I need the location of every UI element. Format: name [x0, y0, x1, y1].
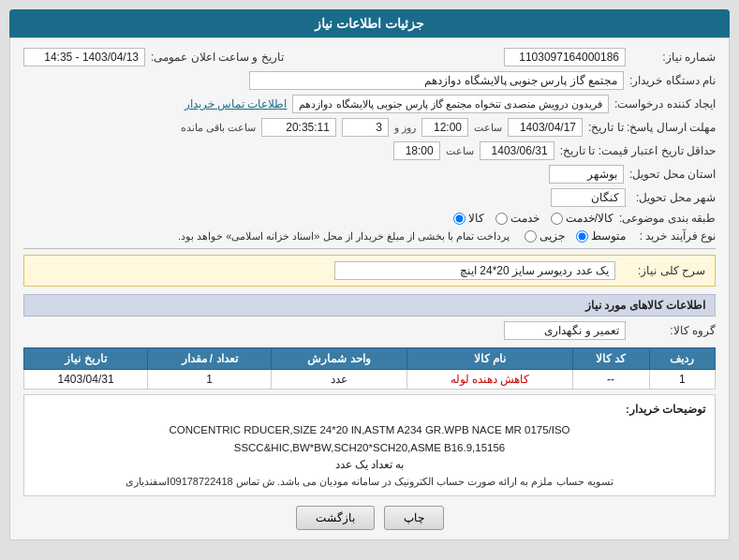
- group-value: تعمیر و نگهداری: [504, 321, 626, 340]
- radio-goods-service[interactable]: [551, 213, 563, 225]
- validity-time-label: ساعت: [446, 145, 474, 157]
- response-date: 1403/04/17: [508, 118, 583, 137]
- category-radio-group: کالا/خدمت خدمت کالا: [453, 212, 613, 225]
- notes-line1: CONCENTRIC RDUCER,SIZE 24*20 IN,ASTM A23…: [34, 421, 705, 438]
- date-label: تاریخ و ساعت اعلان عمومی:: [151, 51, 284, 64]
- purchase-label-medium: متوسط: [591, 229, 626, 243]
- radio-service[interactable]: [495, 213, 508, 225]
- notes-line2: 15156,SSCC&HIC,BW*BW,SCH20*SCH20,ASME B1…: [34, 439, 705, 456]
- button-row: چاپ بازگشت: [23, 506, 716, 530]
- province-value: بوشهر: [549, 165, 624, 184]
- response-days: 3: [342, 118, 389, 137]
- notes-line3: به تعداد یک عدد: [34, 456, 705, 473]
- goods-info-title: اطلاعات کالاهای مورد نیاز: [23, 294, 716, 317]
- col-unit: واحد شمارش: [271, 348, 406, 370]
- category-label-service: خدمت: [510, 212, 539, 225]
- category-radio-service[interactable]: خدمت: [495, 212, 539, 225]
- response-time-label: ساعت: [474, 122, 502, 134]
- col-date: تاریخ نیاز: [24, 348, 148, 370]
- table-row: 1 -- کاهش دهنده لوله عدد 1 1403/04/31: [24, 370, 716, 390]
- need-number-label: شماره نیاز:: [631, 51, 716, 64]
- need-number-value: 1103097164000186: [504, 48, 626, 66]
- purchase-type-label: نوع فرآیند خرید :: [631, 229, 716, 243]
- notes-section: توضیحات خریدار: CONCENTRIC RDUCER,SIZE 2…: [23, 394, 716, 496]
- city-label: شهر محل تحویل:: [631, 191, 716, 204]
- cell-date: 1403/04/31: [24, 370, 148, 390]
- contact-link[interactable]: اطلاعات تماس خریدار: [185, 97, 288, 111]
- purchase-label-partial: جزیی: [539, 229, 565, 243]
- cell-quantity: 1: [148, 370, 272, 390]
- radio-goods[interactable]: [453, 213, 466, 225]
- serp-section: سرح کلی نیاز: یک عدد ردیوسر سایز 20*24 ا…: [23, 255, 716, 287]
- validity-deadline-label: حداقل تاریخ اعتبار قیمت: تا تاریخ:: [560, 144, 716, 157]
- page-title: جزئیات اطلاعات نیاز: [9, 9, 730, 37]
- cell-code: --: [572, 370, 649, 390]
- response-deadline-label: مهلت ارسال پاسخ: تا تاریخ:: [588, 121, 716, 134]
- serp-value: یک عدد ردیوسر سایز 20*24 اینچ: [334, 261, 615, 280]
- notes-title: توضیحات خریدار:: [34, 401, 705, 418]
- response-remaining: 20:35:11: [261, 118, 336, 137]
- col-row: ردیف: [649, 348, 715, 370]
- category-label-goods: کالا: [468, 212, 484, 225]
- purchase-radio-group: متوسط جزیی: [525, 229, 626, 243]
- category-label: طبقه بندی موضوعی:: [619, 212, 716, 225]
- cell-name: کاهش دهنده لوله: [407, 370, 572, 390]
- cell-row: 1: [649, 370, 715, 390]
- response-time: 12:00: [421, 118, 468, 137]
- creator-label: ایجاد کننده درخواست:: [614, 97, 716, 111]
- notes-line4: تسویه حساب ملزم به ارائه صورت حساب الکتر…: [34, 474, 705, 491]
- creator-value: فریدون درویش منصدی تنخواه مجتمع گاز پارس…: [292, 95, 609, 113]
- cell-unit: عدد: [271, 370, 406, 390]
- purchase-radio-medium[interactable]: متوسط: [576, 229, 626, 243]
- print-button[interactable]: چاپ: [384, 506, 444, 530]
- category-radio-goods[interactable]: کالا: [453, 212, 484, 225]
- purchase-radio-partial[interactable]: جزیی: [525, 229, 565, 243]
- buyer-value: مجتمع گاز پارس جنوبی پالایشگاه دوازدهم: [249, 71, 624, 90]
- buyer-label: نام دستگاه خریدار:: [629, 74, 716, 87]
- city-value: کنگان: [551, 188, 626, 207]
- purchase-note: پرداخت تمام با بخشی از مبلغ خریدار از مح…: [178, 230, 510, 243]
- province-label: استان محل تحویل:: [629, 168, 716, 181]
- serp-label: سرح کلی نیاز:: [621, 264, 705, 277]
- response-remaining-label: ساعت باقی مانده: [181, 122, 256, 134]
- col-quantity: تعداد / مقدار: [148, 348, 272, 370]
- col-code: کد کالا: [572, 348, 649, 370]
- date-value: 1403/04/13 - 14:35: [23, 48, 145, 66]
- back-button[interactable]: بازگشت: [296, 506, 375, 530]
- group-label: گروه کالا:: [631, 324, 716, 337]
- radio-medium[interactable]: [576, 230, 588, 243]
- validity-time: 18:00: [393, 141, 440, 160]
- response-day-label: روز و: [394, 122, 416, 134]
- validity-date: 1403/06/31: [480, 141, 554, 160]
- category-label-goods-service: کالا/خدمت: [566, 212, 613, 225]
- radio-partial[interactable]: [525, 230, 537, 243]
- category-radio-goods-service[interactable]: کالا/خدمت: [551, 212, 613, 225]
- goods-table: ردیف کد کالا نام کالا واحد شمارش تعداد /…: [23, 347, 716, 390]
- col-name: نام کالا: [407, 348, 572, 370]
